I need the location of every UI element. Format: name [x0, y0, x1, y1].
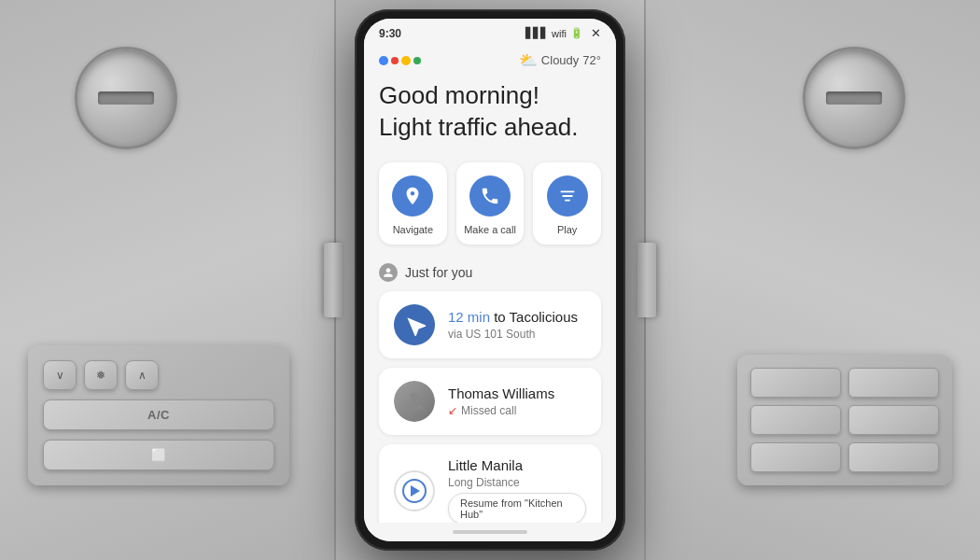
close-icon[interactable]: ✕ — [591, 26, 601, 40]
section-avatar-icon — [379, 263, 398, 282]
navigate-action[interactable]: Navigate — [379, 162, 447, 245]
right-ctrl-5[interactable] — [750, 442, 841, 472]
status-icons: ▋▋▋ wifi 🔋 ✕ — [525, 26, 601, 40]
greeting-line1: Good morning! — [379, 81, 539, 109]
defrost-button[interactable]: ⬜ — [43, 440, 274, 470]
google-assistant-logo — [379, 56, 421, 65]
status-time: 9:30 — [379, 27, 401, 40]
resume-chip[interactable]: Resume from "Kitchen Hub" — [448, 493, 586, 523]
mount-clip-right — [637, 243, 656, 317]
home-indicator — [453, 530, 527, 534]
ac-button[interactable]: A/C — [43, 399, 274, 430]
play-circle-btn[interactable] — [402, 479, 427, 503]
call-label: Make a call — [464, 224, 516, 235]
dashboard-background: ∨ ❅ ∧ A/C ⬜ — [0, 0, 980, 560]
music-title: Little Manila — [448, 457, 586, 474]
left-vent — [75, 47, 177, 149]
right-control-panel — [737, 355, 952, 485]
play-label: Play — [557, 224, 577, 235]
greeting-line2: Light traffic ahead. — [379, 113, 578, 141]
bottom-bar — [364, 523, 616, 541]
call-icon — [469, 175, 511, 217]
dot-green — [413, 57, 421, 64]
contact-name: Thomas Williams — [448, 385, 586, 402]
mount-clip-left — [324, 243, 343, 317]
weather-widget: ⛅ Cloudy 72° — [519, 51, 601, 69]
dot-red — [391, 57, 399, 64]
nav-subtitle: via US 101 South — [448, 328, 586, 341]
left-control-panel: ∨ ❅ ∧ A/C ⬜ — [28, 345, 289, 485]
car-panel-right — [644, 0, 980, 560]
right-ctrl-2[interactable] — [848, 368, 939, 398]
battery-icon: 🔋 — [570, 27, 583, 39]
phone-mount: 9:30 ▋▋▋ wifi 🔋 ✕ — [341, 0, 639, 560]
contact-suggestion-card[interactable]: Thomas Williams ↙ Missed call — [379, 368, 601, 435]
nav-destination: to Tacolicious — [490, 309, 578, 325]
right-ctrl-4[interactable] — [848, 405, 939, 435]
nav-time-highlight: 12 min — [448, 309, 490, 325]
phone-content: ⛅ Cloudy 72° Good morning! Light traffic… — [364, 44, 616, 523]
greeting-text: Good morning! Light traffic ahead. — [379, 80, 601, 144]
just-for-you-section: Just for you — [379, 263, 601, 282]
weather-icon: ⛅ — [519, 51, 538, 69]
play-icon — [547, 175, 588, 217]
section-title: Just for you — [405, 265, 472, 280]
contact-suggestion-text: Thomas Williams ↙ Missed call — [448, 385, 586, 417]
signal-icon: ▋▋▋ — [525, 27, 548, 39]
navigation-suggestion-text: 12 min to Tacolicious via US 101 South — [448, 309, 586, 341]
weather-condition: Cloudy — [541, 53, 579, 67]
phone-frame: 9:30 ▋▋▋ wifi 🔋 ✕ — [355, 9, 625, 551]
music-suggestion-text: Little Manila Long Distance Resume from … — [448, 457, 586, 523]
navigate-label: Navigate — [393, 224, 433, 235]
navigation-suggestion-icon — [394, 304, 435, 345]
play-action[interactable]: Play — [533, 162, 601, 245]
phone-screen: 9:30 ▋▋▋ wifi 🔋 ✕ — [364, 19, 616, 541]
music-play-btn[interactable] — [394, 470, 435, 511]
right-ctrl-1[interactable] — [750, 368, 841, 398]
nav-suggestion-title: 12 min to Tacolicious — [448, 309, 586, 326]
fan-down-btn[interactable]: ∨ — [43, 360, 77, 390]
right-ctrl-6[interactable] — [848, 442, 939, 472]
status-bar: 9:30 ▋▋▋ wifi 🔋 ✕ — [364, 19, 616, 44]
right-ctrl-3[interactable] — [750, 405, 841, 435]
missed-call-label: Missed call — [461, 404, 516, 417]
dot-yellow — [401, 56, 411, 65]
music-suggestion-card[interactable]: Little Manila Long Distance Resume from … — [379, 444, 601, 523]
assistant-header: ⛅ Cloudy 72° — [379, 51, 601, 69]
contact-photo — [394, 381, 435, 422]
dot-blue — [379, 56, 388, 65]
fan-up-btn[interactable]: ∧ — [125, 360, 159, 390]
car-panel-left: ∨ ❅ ∧ A/C ⬜ — [0, 0, 336, 560]
contact-avatar — [394, 381, 435, 422]
call-action[interactable]: Make a call — [456, 162, 525, 245]
wifi-icon: wifi — [552, 28, 567, 39]
navigate-icon — [392, 175, 433, 217]
music-subtitle: Long Distance — [448, 476, 586, 489]
quick-actions: Navigate Make a call — [379, 162, 601, 245]
contact-subtitle: ↙ Missed call — [448, 404, 586, 417]
right-vent — [803, 47, 905, 149]
navigation-suggestion-card[interactable]: 12 min to Tacolicious via US 101 South — [379, 291, 601, 358]
weather-temp: 72° — [582, 53, 601, 67]
fan-icon-btn[interactable]: ❅ — [84, 360, 118, 390]
missed-call-icon: ↙ — [448, 404, 457, 417]
